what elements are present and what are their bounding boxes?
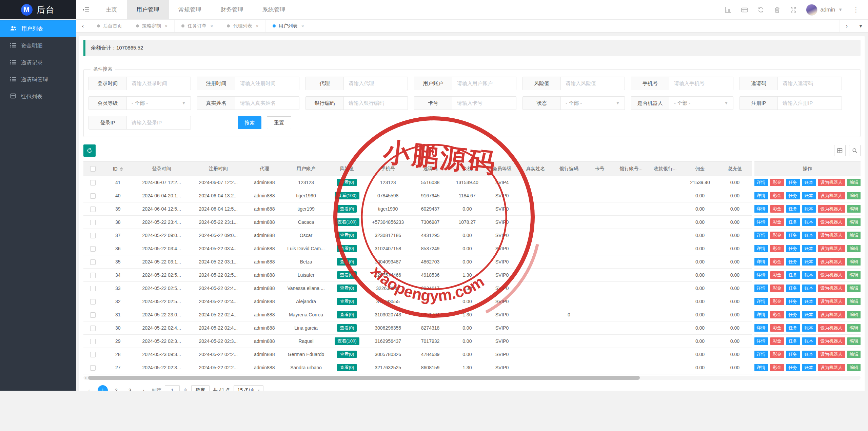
设为机器人-button[interactable]: 设为机器人 bbox=[818, 271, 845, 279]
设为机器人-button[interactable]: 设为机器人 bbox=[818, 298, 845, 306]
编辑-button[interactable]: 编辑 bbox=[847, 258, 861, 266]
账本-button[interactable]: 账本 bbox=[802, 271, 816, 279]
编辑-button[interactable]: 编辑 bbox=[847, 364, 861, 372]
risk-view-button[interactable]: 查看(0) bbox=[337, 232, 357, 239]
user-menu[interactable]: admin ▼ bbox=[806, 4, 843, 16]
彩金-button[interactable]: 彩金 bbox=[770, 258, 784, 266]
彩金-button[interactable]: 彩金 bbox=[770, 351, 784, 358]
tab-策略定制[interactable]: 策略定制× bbox=[129, 20, 175, 32]
row-checkbox[interactable] bbox=[90, 207, 96, 212]
编辑-button[interactable]: 编辑 bbox=[847, 324, 861, 332]
risk-view-button[interactable]: 查看(100) bbox=[335, 337, 359, 345]
彩金-button[interactable]: 彩金 bbox=[770, 205, 784, 213]
彩金-button[interactable]: 彩金 bbox=[770, 218, 784, 226]
input-风险值[interactable]: 请输入风险值 bbox=[561, 77, 625, 90]
tab-用户列表[interactable]: 用户列表× bbox=[266, 20, 311, 32]
sort-desc-icon[interactable] bbox=[120, 170, 123, 171]
row-checkbox[interactable] bbox=[90, 233, 96, 238]
row-checkbox[interactable] bbox=[90, 246, 96, 252]
tab-close-icon[interactable]: × bbox=[210, 23, 213, 29]
编辑-button[interactable]: 编辑 bbox=[847, 298, 861, 306]
彩金-button[interactable]: 彩金 bbox=[770, 311, 784, 319]
select-会员等级[interactable]: - 全部 -▼ bbox=[127, 97, 191, 110]
input-银行编码[interactable]: 请输入银行编码 bbox=[344, 97, 408, 110]
input-登录时间[interactable]: 请输入登录时间 bbox=[127, 77, 191, 90]
row-checkbox[interactable] bbox=[90, 286, 96, 291]
编辑-button[interactable]: 编辑 bbox=[847, 337, 861, 345]
input-卡号[interactable]: 请输入卡号 bbox=[452, 97, 516, 110]
tab-close-icon[interactable]: × bbox=[165, 23, 167, 29]
账本-button[interactable]: 账本 bbox=[802, 179, 816, 187]
row-checkbox[interactable] bbox=[90, 312, 96, 318]
设为机器人-button[interactable]: 设为机器人 bbox=[818, 205, 845, 213]
编辑-button[interactable]: 编辑 bbox=[847, 285, 861, 292]
select-是否机器人[interactable]: - 全部 -▼ bbox=[669, 97, 733, 110]
详情-button[interactable]: 详情 bbox=[754, 351, 768, 358]
编辑-button[interactable]: 编辑 bbox=[847, 351, 861, 358]
sort-asc-icon[interactable] bbox=[120, 167, 123, 169]
任务-button[interactable]: 任务 bbox=[786, 218, 800, 226]
page-2[interactable]: 2 bbox=[111, 385, 121, 391]
彩金-button[interactable]: 彩金 bbox=[770, 179, 784, 187]
risk-view-button[interactable]: 查看(0) bbox=[337, 351, 357, 358]
page-1[interactable]: 1 bbox=[98, 385, 108, 391]
scroll-left-arrow-icon[interactable]: ◂ bbox=[83, 376, 87, 380]
row-checkbox[interactable] bbox=[90, 326, 96, 331]
sidebar-item-资金明细[interactable]: 资金明细 bbox=[0, 37, 76, 54]
编辑-button[interactable]: 编辑 bbox=[847, 311, 861, 319]
编辑-button[interactable]: 编辑 bbox=[847, 271, 861, 279]
详情-button[interactable]: 详情 bbox=[754, 337, 768, 345]
彩金-button[interactable]: 彩金 bbox=[770, 232, 784, 239]
账本-button[interactable]: 账本 bbox=[802, 324, 816, 332]
详情-button[interactable]: 详情 bbox=[754, 179, 768, 187]
nav-item-用户管理[interactable]: 用户管理 bbox=[127, 0, 169, 19]
risk-view-button[interactable]: 查看(0) bbox=[337, 258, 357, 266]
columns-filter-icon[interactable] bbox=[834, 145, 846, 156]
input-真实姓名[interactable]: 请输入真实姓名 bbox=[235, 97, 299, 110]
row-checkbox[interactable] bbox=[90, 193, 96, 199]
risk-view-button[interactable]: 查看(100) bbox=[335, 192, 359, 200]
confirm-page-button[interactable]: 确定 bbox=[191, 385, 210, 391]
nav-item-系统管理[interactable]: 系统管理 bbox=[253, 0, 295, 19]
编辑-button[interactable]: 编辑 bbox=[847, 218, 861, 226]
scrollbar-thumb[interactable] bbox=[88, 376, 640, 380]
risk-view-button[interactable]: 查看(0) bbox=[337, 245, 357, 253]
select-状态[interactable]: - 全部 -▼ bbox=[561, 97, 625, 110]
编辑-button[interactable]: 编辑 bbox=[847, 232, 861, 239]
任务-button[interactable]: 任务 bbox=[786, 298, 800, 306]
sidebar-item-邀请码管理[interactable]: 邀请码管理 bbox=[0, 71, 76, 88]
详情-button[interactable]: 详情 bbox=[754, 192, 768, 200]
任务-button[interactable]: 任务 bbox=[786, 337, 800, 345]
彩金-button[interactable]: 彩金 bbox=[770, 285, 784, 292]
collapse-menu-icon[interactable] bbox=[76, 0, 96, 19]
详情-button[interactable]: 详情 bbox=[754, 258, 768, 266]
input-用户账户[interactable]: 请输入用户账户 bbox=[452, 77, 516, 90]
设为机器人-button[interactable]: 设为机器人 bbox=[818, 218, 845, 226]
任务-button[interactable]: 任务 bbox=[786, 311, 800, 319]
row-checkbox[interactable] bbox=[90, 220, 96, 225]
next-page-icon[interactable]: › bbox=[138, 385, 149, 391]
任务-button[interactable]: 任务 bbox=[786, 179, 800, 187]
risk-view-button[interactable]: 查看(0) bbox=[337, 179, 357, 187]
page-jump-input[interactable] bbox=[165, 385, 180, 391]
详情-button[interactable]: 详情 bbox=[754, 218, 768, 226]
tabs-scroll-left-icon[interactable]: ‹ bbox=[76, 20, 90, 32]
input-代理[interactable]: 请输入代理 bbox=[344, 77, 408, 90]
设为机器人-button[interactable]: 设为机器人 bbox=[818, 179, 845, 187]
详情-button[interactable]: 详情 bbox=[754, 324, 768, 332]
risk-view-button[interactable]: 查看(0) bbox=[337, 285, 357, 292]
彩金-button[interactable]: 彩金 bbox=[770, 298, 784, 306]
账本-button[interactable]: 账本 bbox=[802, 232, 816, 239]
设为机器人-button[interactable]: 设为机器人 bbox=[818, 232, 845, 239]
设为机器人-button[interactable]: 设为机器人 bbox=[818, 351, 845, 358]
tabs-scroll-right-icon[interactable]: › bbox=[840, 20, 854, 32]
input-手机号[interactable]: 请输入手机号 bbox=[669, 77, 733, 90]
refresh-table-button[interactable] bbox=[83, 144, 96, 157]
input-邀请码[interactable]: 请输入邀请码 bbox=[778, 77, 842, 90]
账本-button[interactable]: 账本 bbox=[802, 245, 816, 253]
详情-button[interactable]: 详情 bbox=[754, 298, 768, 306]
fullscreen-icon[interactable] bbox=[790, 6, 797, 14]
search-button[interactable]: 搜索 bbox=[238, 116, 261, 129]
彩金-button[interactable]: 彩金 bbox=[770, 337, 784, 345]
risk-view-button[interactable]: 查看(0) bbox=[337, 324, 357, 332]
